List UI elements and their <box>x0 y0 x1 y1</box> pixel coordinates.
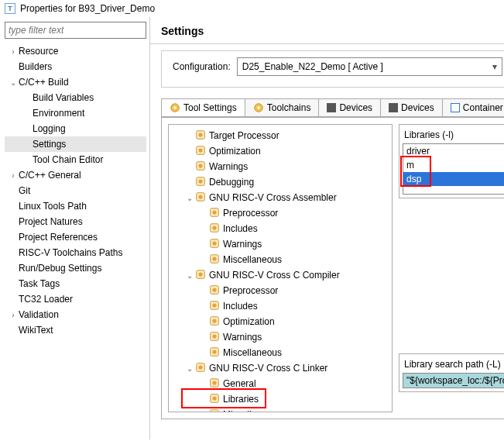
tool-tree-item[interactable]: Warnings <box>170 236 390 252</box>
tool-tree-label: Debugging <box>209 177 254 188</box>
tree-item-label: Environment <box>33 108 84 119</box>
tree-item[interactable]: RISC-V Toolchains Paths <box>5 245 146 260</box>
library-search-group: Library search path (-L) "${workspace_lo… <box>399 353 504 392</box>
tool-icon <box>195 129 206 143</box>
tree-item[interactable]: Tool Chain Editor <box>5 152 146 167</box>
svg-point-25 <box>212 288 216 291</box>
tab[interactable]: Devices <box>318 98 381 116</box>
svg-point-17 <box>212 226 216 229</box>
tree-item[interactable]: Linux Tools Path <box>5 198 146 214</box>
tool-tree-item[interactable]: Debugging <box>170 174 390 190</box>
library-search-path-item[interactable]: "${workspace_loc:/${ProjN <box>403 374 504 388</box>
tree-item[interactable]: Environment <box>5 105 146 121</box>
libraries-panel: Libraries (-l) drivermdsp Library search… <box>399 124 504 412</box>
tree-item[interactable]: Build Variables <box>5 90 146 105</box>
tab-label: Toolchains <box>267 102 311 113</box>
tool-tree-item[interactable]: ⌄GNU RISC-V Cross Assembler <box>170 190 390 205</box>
libraries-title: Libraries (-l) <box>404 129 504 140</box>
tree-item[interactable]: Git <box>5 183 146 198</box>
tool-tree-item[interactable]: Optimization <box>170 314 390 329</box>
tree-item[interactable]: Run/Debug Settings <box>5 260 146 276</box>
tree-item[interactable]: ›Resource <box>5 43 146 59</box>
tool-tree-label: GNU RISC-V Cross C Compiler <box>209 270 340 281</box>
tree-item-label: TC32 Loader <box>19 294 73 305</box>
tool-tree-item[interactable]: Miscellaneous <box>170 345 390 360</box>
tool-tree-item[interactable]: ⌄GNU RISC-V Cross C Compiler <box>170 267 390 283</box>
tree-item-label: Settings <box>33 139 66 150</box>
tool-tree-label: Optimization <box>223 316 275 327</box>
tool-icon <box>209 300 220 313</box>
chevron-down-icon[interactable]: ⌄ <box>184 271 195 280</box>
tree-item-label: Tool Chain Editor <box>33 154 103 165</box>
tool-tree-item[interactable]: ⌄GNU RISC-V Cross C Linker <box>170 360 390 376</box>
tool-icon <box>209 331 220 344</box>
tree-item[interactable]: TC32 Loader <box>5 291 146 307</box>
configuration-label: Configuration: <box>173 61 231 72</box>
device-icon <box>327 103 336 112</box>
tree-item[interactable]: ⌄C/C++ Build <box>5 74 146 90</box>
tree-item[interactable]: ›C/C++ General <box>5 167 146 183</box>
tool-icon <box>195 145 206 158</box>
tab[interactable]: Container S <box>442 98 504 116</box>
svg-point-29 <box>212 319 216 322</box>
tree-item[interactable]: ›Validation <box>5 307 146 322</box>
tool-icon <box>209 222 220 236</box>
tree-item-label: Run/Debug Settings <box>19 263 101 274</box>
tool-tree-label: Preprocessor <box>223 285 278 296</box>
tab-content: Target ProcessorOptimizationWarningsDebu… <box>161 117 504 419</box>
tool-tree-item[interactable]: Preprocessor <box>170 205 390 221</box>
app-icon: T <box>5 3 15 14</box>
tab[interactable]: Devices <box>380 98 443 116</box>
tool-icon <box>209 253 220 267</box>
tab-label: Devices <box>401 102 434 113</box>
tree-item-label: WikiText <box>19 325 53 336</box>
tool-tree-label: Warnings <box>209 161 248 172</box>
tool-tree-item[interactable]: Warnings <box>170 159 390 174</box>
chevron-down-icon[interactable]: ⌄ <box>8 78 19 87</box>
tool-tree-label: Target Processor <box>209 130 279 141</box>
svg-rect-40 <box>211 409 219 412</box>
tree-item-label: Build Variables <box>33 92 94 103</box>
tree-item[interactable]: Logging <box>5 121 146 136</box>
tool-tree-item[interactable]: Preprocessor <box>170 283 390 298</box>
tool-icon <box>209 207 220 220</box>
chevron-right-icon[interactable]: › <box>8 171 19 180</box>
chevron-right-icon[interactable]: › <box>8 311 19 319</box>
tool-icon <box>195 176 206 189</box>
tool-tree-item[interactable]: Includes <box>170 221 390 236</box>
tree-item-label: Project References <box>19 232 98 243</box>
tool-tree-item[interactable]: Miscellaneous <box>170 252 390 267</box>
tool-tree-item[interactable]: Includes <box>170 298 390 314</box>
tab[interactable]: Toolchains <box>245 98 320 116</box>
tree-item[interactable]: Task Tags <box>5 276 146 291</box>
chevron-down-icon[interactable]: ⌄ <box>184 364 195 373</box>
tab[interactable]: Tool Settings <box>161 98 245 116</box>
tree-item[interactable]: Project References <box>5 229 146 245</box>
tool-tree-item[interactable]: Target Processor <box>170 128 390 143</box>
tab-label: Container S <box>463 102 504 113</box>
svg-point-33 <box>212 350 216 353</box>
tree-item[interactable]: Project Natures <box>5 214 146 229</box>
tree-item-label: Git <box>19 185 30 196</box>
tool-settings-tree: Target ProcessorOptimizationWarningsDebu… <box>168 124 393 412</box>
tool-tree-item[interactable]: Warnings <box>170 329 390 345</box>
chevron-right-icon[interactable]: › <box>8 47 19 56</box>
filter-input[interactable] <box>5 22 146 39</box>
svg-point-13 <box>198 195 202 198</box>
tree-item[interactable]: WikiText <box>5 322 146 338</box>
tree-item[interactable]: Builders <box>5 59 146 74</box>
svg-point-37 <box>212 381 216 384</box>
configuration-select[interactable]: D25_Enable_N22_Demo [ Active ] ▾ <box>237 57 502 76</box>
svg-point-21 <box>212 257 216 260</box>
tree-item[interactable]: Settings <box>5 136 146 152</box>
tool-tree-label: Warnings <box>223 332 262 343</box>
svg-point-23 <box>198 272 202 276</box>
tab-label: Tool Settings <box>183 102 237 113</box>
svg-point-11 <box>198 179 202 183</box>
tool-icon <box>195 362 206 375</box>
svg-point-5 <box>198 133 202 136</box>
library-search-title: Library search path (-L) <box>404 359 504 370</box>
svg-point-41 <box>212 412 216 412</box>
tool-tree-item[interactable]: Optimization <box>170 143 390 159</box>
chevron-down-icon[interactable]: ⌄ <box>184 194 195 202</box>
